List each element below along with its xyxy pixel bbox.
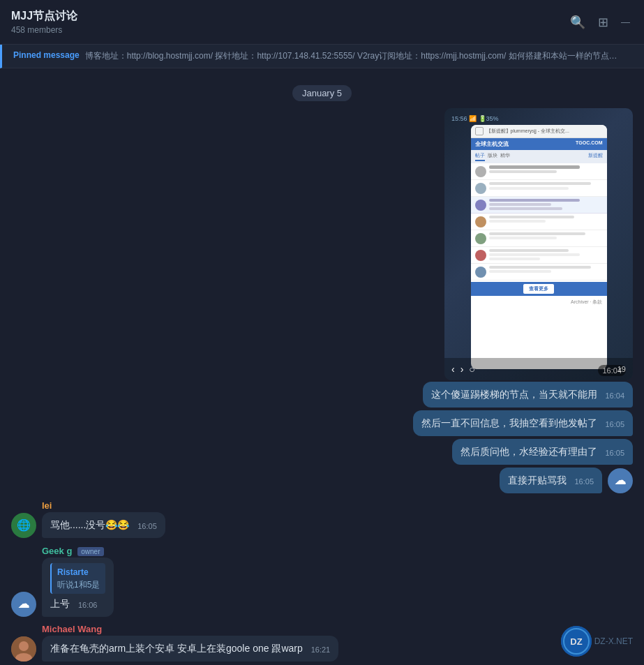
message-text: 直接开贴骂我	[508, 475, 567, 486]
message-group-michael: Michael Wang 准备在龟壳的arm上装个安卓 安卓上在装goole o…	[11, 624, 633, 662]
message-text: 然后一直不回信息，我抽空看到他发帖了	[421, 417, 597, 428]
message-text: 上号	[50, 598, 70, 609]
avatar-lei: 🌐	[11, 513, 36, 538]
message-bubble: 然后一直不回信息，我抽空看到他发帖了 16:05	[413, 410, 633, 436]
message-bubble-geek: Ristarte 听说1和5是 上号 16:06	[42, 558, 114, 617]
message-text: 这个傻逼踢楼梯的节点，当天就不能用	[431, 389, 597, 400]
next-icon[interactable]: ›	[460, 364, 464, 375]
message-bubble-michael: 准备在龟壳的arm上装个安卓 安卓上在装goole one 跟warp 16:2…	[42, 636, 338, 662]
reply-quote-text: 听说1和5是	[57, 578, 100, 591]
reply-quote: Ristarte 听说1和5是	[50, 563, 105, 594]
message-time: 16:04	[605, 391, 624, 400]
message-group-lei: lei 🌐 骂他......没号😂😂 16:05	[11, 500, 633, 538]
message-time: 16:05	[137, 522, 157, 530]
media-thumbnail[interactable]: 15:56 📶 🔋35% 【新提醒】plummerysjj - 全球主机交...…	[444, 108, 633, 380]
message-bubble: 这个傻逼踢楼梯的节点，当天就不能用 16:04	[423, 382, 633, 408]
watermark-logo: DZ	[561, 626, 592, 657]
message-group-geek: Geek g owner ☁ Ristarte 听说1和5是 上号 16:06	[11, 545, 633, 617]
message-time: 16:21	[311, 645, 331, 654]
avatar: ☁	[608, 468, 633, 493]
title-bar-info: MJJ节点讨论 458 members	[11, 9, 77, 35]
member-count: 458 members	[11, 25, 77, 35]
message-time: 16:05	[605, 449, 624, 457]
sender-name-lei: lei	[42, 500, 633, 511]
message-row: 然后一直不回信息，我抽空看到他发帖了 16:05	[413, 410, 633, 436]
message-row: 这个傻逼踢楼梯的节点，当天就不能用 16:04	[423, 382, 633, 408]
title-bar-actions: 🔍 ⊞ —	[570, 15, 633, 30]
search-icon[interactable]: 🔍	[570, 15, 585, 30]
page-indicator: 19	[617, 365, 626, 373]
sender-name-geek: Geek g	[42, 546, 72, 556]
sender-line-geek: Geek g owner	[42, 545, 633, 556]
media-controls[interactable]: ‹ › ○ 19	[444, 358, 633, 380]
avatar-geek: ☁	[11, 592, 36, 617]
message-bubble-lei: 骂他......没号😂😂 16:05	[42, 512, 165, 538]
watermark-text: DZ-X.NET	[594, 636, 633, 646]
message-text: 准备在龟壳的arm上装个安卓 安卓上在装goole one 跟warp	[50, 643, 303, 654]
message-row-geek: ☁ Ristarte 听说1和5是 上号 16:06	[11, 558, 633, 617]
watermark: DZ DZ-X.NET	[561, 626, 633, 657]
date-badge: January 5	[292, 85, 352, 101]
owner-badge: owner	[77, 547, 103, 556]
message-bubble: 然后质问他，水经验还有理由了 16:05	[452, 439, 633, 465]
prev-icon[interactable]: ‹	[451, 364, 455, 375]
message-text: 骂他......没号😂😂	[50, 519, 129, 530]
message-time: 16:06	[78, 601, 98, 609]
message-row-michael: 准备在龟壳的arm上装个安卓 安卓上在装goole one 跟warp 16:2…	[11, 636, 633, 662]
svg-text:DZ: DZ	[570, 636, 582, 647]
avatar-image-michael	[11, 636, 36, 662]
sender-name-michael: Michael Wang	[42, 624, 633, 634]
message-bubble: 直接开贴骂我 16:05	[500, 468, 602, 493]
pinned-label: Pinned message	[13, 50, 80, 60]
message-text: 然后质问他，水经验还有理由了	[460, 446, 597, 457]
message-time: 16:05	[574, 477, 594, 486]
message-row-lei: 🌐 骂他......没号😂😂 16:05	[11, 512, 633, 538]
message-media: 15:56 📶 🔋35% 【新提醒】plummerysjj - 全球主机交...…	[444, 108, 633, 380]
message-time: 16:05	[605, 420, 624, 428]
avatar-michael	[11, 636, 36, 662]
message-row-with-avatar: 直接开贴骂我 16:05 ☁	[11, 468, 633, 493]
pinned-message-bar: Pinned message 博客地址：http://blog.hostmjj.…	[0, 45, 644, 68]
pinned-text[interactable]: 博客地址：http://blog.hostmjj.com/ 探针地址：http:…	[85, 50, 617, 62]
message-row: 然后质问他，水经验还有理由了 16:05	[452, 439, 633, 465]
circle-icon[interactable]: ○	[469, 364, 474, 375]
title-bar: MJJ节点讨论 458 members 🔍 ⊞ —	[0, 0, 644, 45]
reply-quote-name: Ristarte	[57, 566, 100, 578]
dz-logo: DZ	[561, 626, 592, 657]
channel-title: MJJ节点讨论	[11, 9, 77, 24]
messages-area: January 5 15:56 📶 🔋35% 【新提醒】plummerysjj …	[0, 68, 644, 665]
svg-point-1	[19, 641, 29, 651]
minimize-icon[interactable]: —	[621, 17, 630, 27]
date-divider: January 5	[11, 85, 633, 101]
layout-icon[interactable]: ⊞	[598, 15, 608, 30]
